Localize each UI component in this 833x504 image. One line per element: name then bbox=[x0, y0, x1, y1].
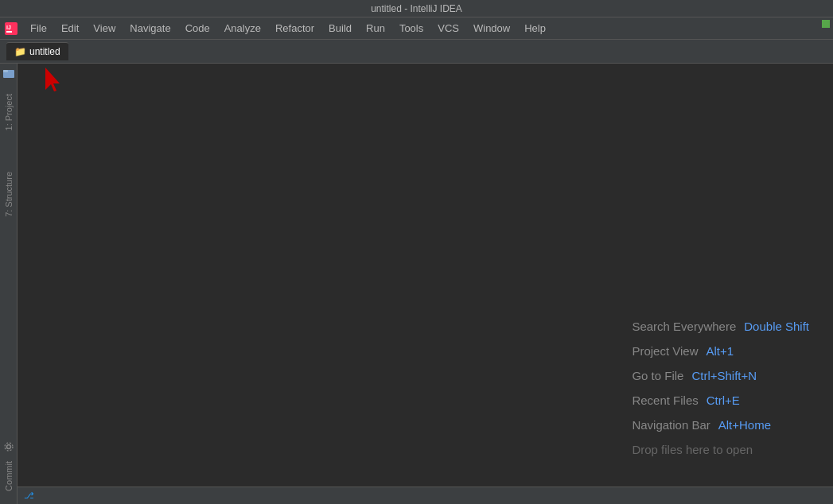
menu-edit[interactable]: Edit bbox=[55, 20, 85, 37]
go-to-file-shortcut: Ctrl+Shift+N bbox=[691, 369, 757, 382]
hint-navigation-bar: Navigation Bar Alt+Home bbox=[632, 418, 809, 432]
titlebar: untitled - IntelliJ IDEA bbox=[0, 0, 833, 17]
search-everywhere-label: Search Everywhere bbox=[632, 320, 736, 333]
sidebar-item-project[interactable]: 1: Project bbox=[4, 89, 14, 135]
left-panel: 1: Project 7: Structure Commit bbox=[0, 64, 18, 504]
project-tab[interactable]: 📁 untitled bbox=[6, 42, 68, 60]
statusbar: ⎇ bbox=[18, 487, 833, 504]
svg-marker-7 bbox=[45, 68, 60, 91]
menu-window[interactable]: Window bbox=[467, 20, 516, 37]
svg-point-5 bbox=[6, 445, 10, 449]
menu-analyze[interactable]: Analyze bbox=[218, 20, 267, 37]
app-icon[interactable]: IJ bbox=[3, 21, 19, 37]
green-indicator bbox=[822, 20, 830, 28]
hint-recent-files: Recent Files Ctrl+E bbox=[632, 394, 809, 407]
navigation-bar-label: Navigation Bar bbox=[632, 418, 710, 432]
menu-vcs[interactable]: VCS bbox=[431, 20, 465, 37]
go-to-file-label: Go to File bbox=[632, 369, 683, 382]
menu-run[interactable]: Run bbox=[360, 20, 391, 37]
titlebar-text: untitled - IntelliJ IDEA bbox=[371, 3, 462, 14]
search-everywhere-shortcut: Double Shift bbox=[744, 320, 809, 333]
menu-navigate[interactable]: Navigate bbox=[123, 20, 177, 37]
intellij-logo-icon: IJ bbox=[5, 22, 18, 35]
menu-code[interactable]: Code bbox=[179, 20, 216, 37]
navigation-bar-shortcut: Alt+Home bbox=[718, 418, 771, 432]
project-folder-icon[interactable] bbox=[2, 67, 15, 79]
drop-files-label: Drop files here to open bbox=[632, 443, 753, 456]
main-layout: 1: Project 7: Structure Commit Search Ev… bbox=[0, 64, 833, 504]
hint-drop-files: Drop files here to open bbox=[632, 443, 809, 456]
recent-files-label: Recent Files bbox=[632, 394, 698, 407]
menu-refactor[interactable]: Refactor bbox=[269, 20, 321, 37]
folder-icon: 📁 bbox=[14, 46, 26, 57]
svg-rect-1 bbox=[6, 31, 12, 33]
project-view-shortcut: Alt+1 bbox=[706, 344, 734, 358]
hint-project-view: Project View Alt+1 bbox=[632, 344, 809, 358]
menubar: IJ File Edit View Navigate Code Analyze … bbox=[0, 17, 833, 40]
menu-help[interactable]: Help bbox=[518, 20, 552, 37]
svg-point-6 bbox=[5, 443, 13, 451]
settings-icon[interactable] bbox=[2, 440, 15, 453]
git-icon: ⎇ bbox=[24, 490, 34, 501]
recent-files-shortcut: Ctrl+E bbox=[706, 394, 740, 407]
editor-area: Search Everywhere Double Shift Project V… bbox=[18, 64, 833, 504]
hint-content: Search Everywhere Double Shift Project V… bbox=[632, 320, 809, 456]
hint-search-everywhere: Search Everywhere Double Shift bbox=[632, 320, 809, 333]
sidebar-item-commit[interactable]: Commit bbox=[4, 456, 14, 496]
svg-text:IJ: IJ bbox=[6, 25, 11, 30]
menu-tools[interactable]: Tools bbox=[393, 20, 430, 37]
menu-file[interactable]: File bbox=[24, 20, 53, 37]
menu-view[interactable]: View bbox=[87, 20, 122, 37]
sidebar-item-structure[interactable]: 7: Structure bbox=[4, 167, 14, 222]
project-view-label: Project View bbox=[632, 344, 698, 358]
menu-build[interactable]: Build bbox=[322, 20, 358, 37]
project-tabbar: 📁 untitled bbox=[0, 40, 833, 64]
project-tab-label: untitled bbox=[29, 46, 60, 57]
hint-go-to-file: Go to File Ctrl+Shift+N bbox=[632, 369, 809, 382]
svg-rect-4 bbox=[3, 70, 8, 72]
